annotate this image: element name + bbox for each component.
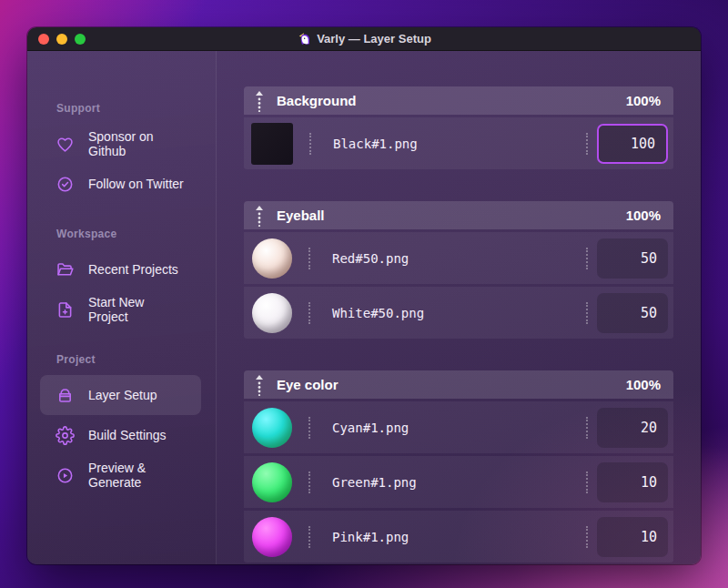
folder-open-icon (55, 259, 75, 279)
section-label-project: Project (56, 353, 201, 366)
zoom-button[interactable] (75, 34, 86, 45)
section-label-support: Support (56, 102, 201, 115)
layers-icon (55, 385, 75, 405)
layer-weight-input[interactable] (597, 124, 668, 164)
sidebar-item-sponsor-github[interactable]: Sponsor on Github (40, 124, 201, 164)
sidebar-item-label: Sponsor on Github (88, 129, 187, 158)
heart-icon (55, 134, 75, 154)
layer-weight-input[interactable] (597, 517, 668, 557)
sidebar-item-preview-generate[interactable]: Preview & Generate (40, 455, 201, 495)
close-button[interactable] (38, 34, 49, 45)
layer-row[interactable]: Cyan#1.png (244, 401, 673, 453)
layer-weight-input[interactable] (597, 408, 668, 448)
drag-handle-icon[interactable] (308, 302, 310, 324)
drag-handle-icon[interactable] (308, 417, 310, 439)
sidebar-item-label: Build Settings (88, 428, 167, 442)
layer-thumbnail (252, 517, 292, 557)
layer-weight-input[interactable] (597, 238, 668, 279)
sidebar-item-start-new-project[interactable]: Start New Project (40, 289, 201, 329)
drag-handle-icon[interactable] (308, 248, 310, 269)
drag-handle-icon[interactable] (586, 248, 588, 269)
layer-thumbnail (251, 123, 293, 165)
titlebar: Varly — Layer Setup (27, 27, 701, 51)
group-header[interactable]: Background 100% (244, 86, 673, 115)
drag-handle-icon[interactable] (255, 205, 264, 227)
drag-handle-icon[interactable] (586, 471, 588, 493)
sidebar-item-follow-twitter[interactable]: Follow on Twitter (40, 164, 201, 204)
play-circle-icon (55, 465, 75, 485)
file-plus-icon (55, 299, 75, 319)
layer-group-background: Background 100% Black#1.png (244, 86, 673, 169)
drag-handle-icon[interactable] (586, 133, 588, 155)
layer-filename: Green#1.png (332, 475, 417, 490)
layer-thumbnail (252, 293, 292, 333)
badge-check-icon (55, 174, 75, 194)
layer-setup-panel: Background 100% Black#1.png (217, 51, 701, 564)
layer-row[interactable]: Black#1.png (244, 117, 673, 169)
group-opacity: 100% (626, 93, 661, 108)
sidebar-item-recent-projects[interactable]: Recent Projects (40, 249, 201, 289)
gear-icon (55, 425, 75, 445)
drag-handle-icon[interactable] (586, 417, 588, 439)
drag-handle-icon[interactable] (586, 526, 588, 548)
drag-handle-icon[interactable] (586, 302, 588, 324)
drag-handle-icon[interactable] (255, 90, 264, 112)
group-title: Background (277, 93, 357, 108)
layer-group-eyeball: Eyeball 100% Red#50.png (244, 201, 673, 339)
group-title: Eyeball (277, 208, 325, 223)
layer-thumbnail (252, 408, 292, 448)
layer-row[interactable]: Red#50.png (244, 232, 673, 284)
layer-row[interactable]: Pink#1.png (244, 511, 673, 563)
minimize-button[interactable] (56, 34, 67, 45)
group-title: Eye color (277, 377, 339, 392)
layer-thumbnail (252, 238, 292, 279)
layer-row[interactable]: White#50.png (244, 287, 673, 339)
layer-filename: Cyan#1.png (332, 421, 409, 435)
section-label-workspace: Workspace (56, 228, 201, 240)
sidebar-item-build-settings[interactable]: Build Settings (40, 415, 201, 455)
layer-row[interactable]: Green#1.png (244, 456, 673, 508)
layer-filename: Red#50.png (332, 251, 409, 266)
layer-filename: White#50.png (332, 306, 424, 320)
drag-handle-icon[interactable] (255, 374, 264, 396)
layer-weight-input[interactable] (597, 293, 668, 333)
window-title: Varly — Layer Setup (317, 32, 431, 46)
drag-handle-icon[interactable] (309, 133, 311, 155)
app-window: Varly — Layer Setup Support Sponsor on G… (27, 27, 701, 564)
layer-filename: Pink#1.png (332, 530, 409, 544)
layer-filename: Black#1.png (333, 137, 418, 151)
drag-handle-icon[interactable] (308, 471, 310, 493)
layer-weight-input[interactable] (597, 462, 668, 502)
sidebar-item-layer-setup[interactable]: Layer Setup (40, 375, 201, 415)
group-opacity: 100% (626, 377, 661, 392)
sidebar-item-label: Recent Projects (88, 262, 178, 277)
group-header[interactable]: Eye color 100% (244, 370, 673, 399)
traffic-lights (38, 34, 86, 45)
drag-handle-icon[interactable] (308, 526, 310, 548)
group-header[interactable]: Eyeball 100% (244, 201, 673, 229)
unicorn-icon (297, 32, 311, 46)
sidebar-item-label: Start New Project (88, 295, 187, 324)
layer-group-eye-color: Eye color 100% Cyan#1.png (244, 370, 673, 563)
layer-thumbnail (252, 462, 292, 502)
group-opacity: 100% (626, 208, 661, 223)
sidebar-item-label: Follow on Twitter (88, 177, 184, 191)
sidebar: Support Sponsor on Github Follow on Twit… (27, 51, 217, 564)
sidebar-item-label: Layer Setup (88, 388, 157, 402)
sidebar-item-label: Preview & Generate (88, 461, 187, 490)
